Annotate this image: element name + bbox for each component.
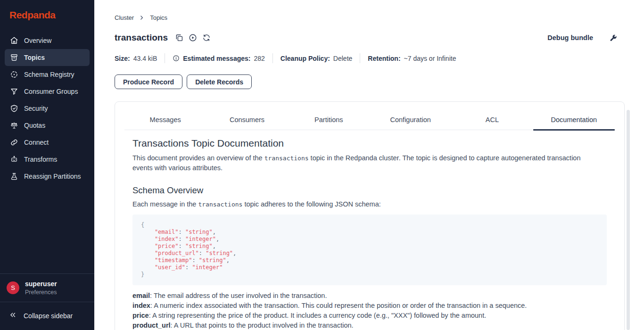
sidebar-footer: S superuser Preferences Collapse sidebar [0, 273, 94, 330]
sidebar-item-transforms[interactable]: Transforms [5, 151, 90, 168]
code-value: "string" [185, 229, 213, 235]
copy-icon[interactable] [175, 33, 183, 42]
tab-partitions[interactable]: Partitions [288, 111, 370, 130]
tab-configuration[interactable]: Configuration [370, 111, 451, 130]
redpanda-logo: Redpanda [0, 0, 94, 25]
scales-icon [10, 121, 18, 130]
main-content: Cluster Topics transactions Debug bundle… [94, 0, 644, 330]
sidebar-item-connect[interactable]: Connect [5, 134, 90, 151]
sidebar-item-label: Security [24, 105, 48, 112]
play-circle-icon[interactable] [189, 33, 197, 42]
topics-icon [10, 53, 18, 62]
code-brace: { [141, 222, 144, 228]
stat-cleanup-policy: Cleanup Policy: Delete [281, 55, 353, 62]
stat-value: Delete [333, 55, 352, 62]
sidebar-item-security[interactable]: Security [5, 100, 90, 117]
sidebar-item-reassign-partitions[interactable]: Reassign Partitions [5, 168, 90, 185]
scrollbar[interactable] [627, 110, 630, 330]
code-brace: } [141, 271, 144, 278]
breadcrumb-cluster[interactable]: Cluster [115, 14, 134, 21]
tab-consumers[interactable]: Consumers [206, 111, 288, 130]
debug-bundle-link[interactable]: Debug bundle [547, 34, 593, 41]
code-sep: : [185, 264, 192, 271]
code-sep: : [178, 243, 185, 249]
stat-retention: Retention: ~7 days or Infinite [368, 55, 456, 62]
code-line: "index": "integer", [141, 236, 598, 243]
stat-value: 282 [254, 55, 264, 62]
field-desc: : A URL that points to the product invol… [171, 322, 354, 329]
tab-messages[interactable]: Messages [124, 111, 206, 130]
code-value: "string" [206, 250, 233, 256]
inline-code: transactions [198, 201, 242, 208]
tab-documentation[interactable]: Documentation [533, 111, 615, 130]
delete-records-button[interactable]: Delete Records [187, 74, 252, 89]
code-line: "price": "string", [141, 243, 598, 250]
schema-intro: Each message in the transactions topic a… [132, 199, 602, 209]
avatar: S [7, 281, 19, 294]
debug-bundle-area: Debug bundle [547, 34, 617, 42]
user-menu[interactable]: S superuser Preferences [0, 274, 94, 302]
produce-record-button[interactable]: Produce Record [115, 74, 182, 89]
code-key: "product_url" [141, 250, 199, 256]
sidebar-item-label: Reassign Partitions [24, 173, 81, 180]
chevron-right-icon [139, 15, 145, 21]
doc-intro-text: This document provides an overview of th… [132, 154, 264, 162]
code-value: "string" [185, 243, 213, 249]
code-sep: : [192, 257, 198, 264]
field-name: index [132, 302, 150, 309]
breadcrumb-topics[interactable]: Topics [150, 14, 167, 21]
field-name: email [132, 292, 150, 299]
sidebar-item-topics[interactable]: Topics [5, 49, 90, 66]
code-line: } [141, 271, 598, 278]
sidebar-item-quotas[interactable]: Quotas [5, 117, 90, 134]
doc-intro: This document provides an overview of th… [132, 153, 602, 173]
doc-title: Transactions Topic Documentation [132, 138, 607, 149]
tab-acl[interactable]: ACL [451, 111, 533, 130]
code-comma: , [233, 250, 236, 256]
tab-bar: Messages Consumers Partitions Configurat… [124, 111, 615, 130]
code-comma: , [213, 229, 216, 235]
divider [360, 53, 360, 63]
inline-code: transactions [264, 155, 309, 162]
sidebar-item-label: Topics [24, 54, 45, 61]
stat-value: 43.4 kiB [133, 55, 157, 62]
collapse-sidebar-button[interactable]: Collapse sidebar [0, 302, 94, 330]
code-key: "index" [141, 236, 178, 242]
wrench-icon[interactable] [609, 34, 617, 42]
sidebar-item-label: Transforms [24, 156, 57, 163]
sidebar-nav: Overview Topics Schema Registry Consumer… [0, 25, 94, 185]
field-desc: : A numeric index associated with the tr… [150, 302, 527, 309]
user-name: superuser [25, 280, 57, 288]
field-name: price [132, 312, 149, 319]
robot-icon [10, 155, 18, 164]
code-comma: , [226, 257, 230, 264]
sidebar-item-label: Connect [24, 139, 49, 146]
code-value: "integer" [185, 236, 216, 242]
collapse-sidebar-label: Collapse sidebar [24, 312, 73, 320]
link-icon [10, 138, 18, 147]
field-row: index: A numeric index associated with t… [132, 301, 607, 311]
code-key: "timestamp" [141, 257, 192, 264]
sidebar-item-consumer-groups[interactable]: Consumer Groups [5, 83, 90, 100]
stat-label: Cleanup Policy: [281, 55, 330, 62]
code-key: "email" [141, 229, 178, 235]
stat-label: Retention: [368, 55, 400, 62]
field-row: product_url: A URL that points to the pr… [132, 321, 607, 330]
refresh-icon[interactable] [202, 33, 211, 42]
code-sep: : [178, 236, 185, 242]
schema-intro-text: topic adheres to the following JSON sche… [242, 200, 380, 208]
stat-estimated-messages: Estimated messages: 282 [173, 55, 265, 62]
sidebar: Redpanda Overview Topics Schema Registry… [0, 0, 94, 330]
stat-label: Estimated messages: [183, 55, 250, 62]
sidebar-item-overview[interactable]: Overview [5, 32, 90, 49]
filter-funnel-icon [10, 87, 18, 96]
sidebar-item-schema-registry[interactable]: Schema Registry [5, 66, 90, 83]
schema-overview-heading: Schema Overview [132, 185, 607, 196]
sidebar-item-label: Schema Registry [24, 71, 74, 78]
code-line: { [141, 222, 598, 229]
preferences-link[interactable]: Preferences [25, 289, 57, 296]
sidebar-item-label: Overview [24, 37, 51, 44]
topic-actions: Produce Record Delete Records [115, 74, 644, 89]
title-row: transactions Debug bundle [115, 33, 644, 43]
sidebar-item-label: Quotas [24, 122, 45, 129]
